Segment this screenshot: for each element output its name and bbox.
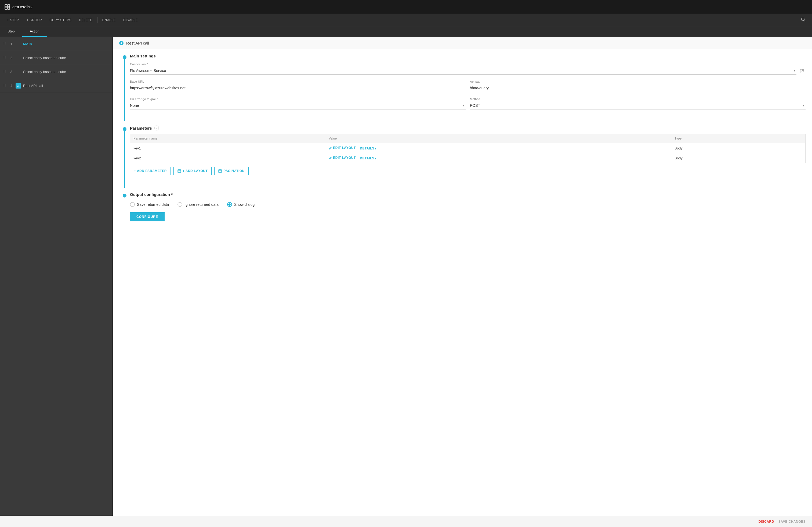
panel-header: Rest API call: [113, 37, 812, 49]
radio-save[interactable]: Save returned data: [130, 202, 169, 207]
param-type-2: Body: [671, 153, 764, 163]
help-icon: ?: [154, 125, 159, 131]
copy-steps-button[interactable]: COPY STEPS: [46, 14, 75, 26]
param-type-1: Body: [671, 143, 764, 153]
step-label-1: MAIN: [22, 42, 110, 46]
step-label-2: Select entity based on cube: [22, 56, 110, 60]
on-error-col: On error go to group None ▾: [130, 97, 466, 109]
configure-button[interactable]: CONFIGURE: [130, 212, 164, 221]
pencil-icon-2: [329, 156, 332, 160]
drag-handle-1: ⠿: [2, 42, 7, 46]
step-checkbox-4: [16, 83, 21, 89]
delete-button[interactable]: DELETE: [75, 14, 96, 26]
base-url-col: Base URL: [130, 80, 466, 92]
add-btns-row: + ADD PARAMETER + ADD LAYOUT PAGINATION: [130, 167, 806, 175]
drag-handle-3: ⠿: [2, 70, 7, 74]
radio-circle-ignore: [177, 202, 182, 207]
pencil-icon-1: [329, 146, 332, 149]
svg-rect-2: [5, 7, 7, 10]
col-header-name: Parameter name: [130, 134, 326, 143]
method-col: Method POST ▾: [470, 97, 806, 109]
details-btn-1[interactable]: DETAILS ▾: [360, 147, 376, 150]
disable-button[interactable]: DISABLE: [119, 14, 142, 26]
svg-rect-1: [8, 4, 10, 7]
output-section: Output configuration * Save returned dat…: [113, 188, 812, 228]
discard-button[interactable]: DISCARD: [758, 520, 774, 524]
svg-line-5: [804, 20, 805, 21]
col-header-actions: [764, 134, 806, 143]
svg-point-4: [801, 18, 804, 21]
content-area: Rest API call Main settings Connection *…: [113, 37, 812, 516]
top-bar: getDetails2: [0, 0, 812, 14]
timeline-dot-main: [123, 55, 127, 59]
edit-layout-btn-1[interactable]: EDIT LAYOUT: [329, 146, 356, 150]
chevron-down-icon-2: ▾: [375, 157, 376, 160]
step-num-1: 1: [7, 42, 16, 46]
add-parameter-button[interactable]: + ADD PARAMETER: [130, 167, 171, 175]
method-select[interactable]: POST: [470, 102, 806, 109]
radio-circle-dialog: [227, 202, 232, 207]
drag-handle-4: ⠿: [2, 84, 7, 88]
connection-select[interactable]: Flo Awesome Service: [130, 67, 796, 74]
step-checkbox-empty-3: [16, 69, 21, 75]
pagination-icon: [218, 169, 222, 173]
on-error-select-wrapper: None ▾: [130, 102, 466, 109]
search-button[interactable]: [798, 17, 809, 23]
enable-button[interactable]: ENABLE: [99, 14, 119, 26]
step-checkbox-empty-2: [16, 55, 21, 61]
base-url-input[interactable]: [130, 84, 466, 92]
app-title: getDetails2: [4, 4, 32, 10]
radio-dialog[interactable]: Show dialog: [227, 202, 255, 207]
param-actions-1: [764, 143, 806, 153]
sidebar-item-1[interactable]: ⠿ 1 MAIN: [0, 37, 113, 51]
connection-external-link-button[interactable]: [799, 67, 806, 75]
main-settings-content: Main settings Connection * Flo Awesome S…: [130, 49, 806, 121]
sidebar-item-4[interactable]: ⠿ 4 Rest API call: [0, 79, 113, 93]
param-value-1: EDIT LAYOUT DETAILS ▾: [325, 143, 671, 153]
panel-header-title: Rest API call: [126, 41, 149, 45]
method-label: Method: [470, 97, 806, 101]
param-name-1: key1: [130, 143, 326, 153]
details-btn-2[interactable]: DETAILS ▾: [360, 156, 376, 160]
radio-ignore[interactable]: Ignore returned data: [177, 202, 219, 207]
timeline-col-output: [119, 188, 130, 228]
timeline-col-params: [119, 121, 130, 188]
save-changes-button[interactable]: SAVE CHANGES: [779, 520, 806, 524]
step-button[interactable]: + STEP: [3, 14, 23, 26]
sidebar: ⠿ 1 MAIN ⠿ 2 Select entity based on cube…: [0, 37, 113, 516]
col-header-type: Type: [671, 134, 764, 143]
step-num-4: 4: [7, 84, 16, 88]
pagination-button[interactable]: PAGINATION: [214, 167, 249, 175]
search-icon: [801, 17, 806, 22]
svg-line-7: [802, 70, 803, 71]
bottom-bar: DISCARD SAVE CHANGES: [0, 516, 812, 527]
group-button[interactable]: + GROUP: [23, 14, 46, 26]
api-path-input[interactable]: [470, 84, 806, 92]
api-path-label: Api path: [470, 80, 806, 83]
layout-icon: [177, 169, 181, 173]
timeline-line-main: [124, 59, 125, 121]
on-error-select[interactable]: None: [130, 102, 466, 109]
params-table: Parameter name Value Type key1: [130, 134, 806, 163]
sidebar-item-3[interactable]: ⠿ 3 Select entity based on cube: [0, 65, 113, 79]
step-num-2: 2: [7, 56, 16, 60]
tab-action[interactable]: Action: [22, 26, 47, 37]
edit-layout-btn-2[interactable]: EDIT LAYOUT: [329, 156, 356, 160]
sidebar-item-2[interactable]: ⠿ 2 Select entity based on cube: [0, 51, 113, 65]
step-label-3: Select entity based on cube: [22, 70, 110, 74]
tab-row: Step Action: [0, 26, 812, 37]
app-title-text: getDetails2: [12, 4, 32, 9]
toolbar-right: [798, 17, 809, 23]
error-method-row: On error go to group None ▾ Method P: [130, 97, 806, 109]
output-title: Output configuration *: [130, 192, 255, 197]
timeline-line-params: [124, 131, 125, 188]
add-layout-button[interactable]: + ADD LAYOUT: [173, 167, 212, 175]
connection-label: Connection *: [130, 62, 806, 66]
tab-step[interactable]: Step: [0, 26, 22, 37]
main-settings-section: Main settings Connection * Flo Awesome S…: [113, 49, 812, 121]
table-row: key1 EDIT LAYOUT DETAILS ▾: [130, 143, 806, 153]
params-header: Parameters ?: [130, 125, 806, 131]
api-path-col: Api path: [470, 80, 806, 92]
parameters-section: Parameters ? Parameter name Value Type: [113, 121, 812, 188]
panel-header-radio: [119, 41, 124, 45]
